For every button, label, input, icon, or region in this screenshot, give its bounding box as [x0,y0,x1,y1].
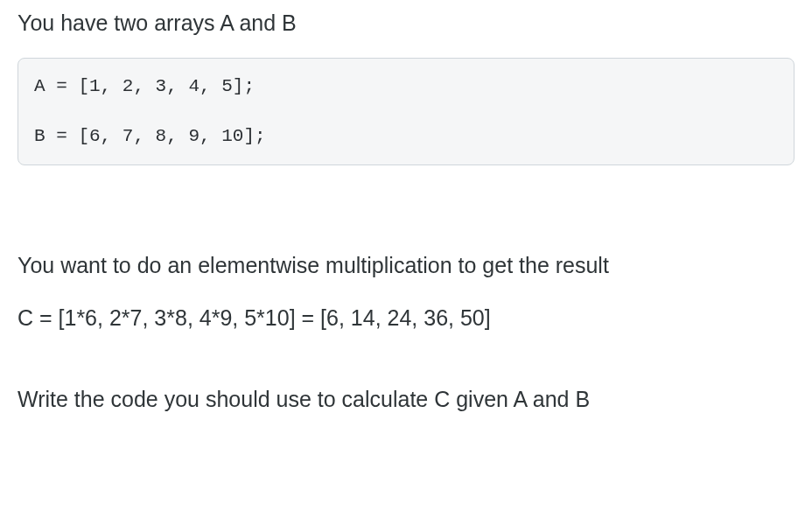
code-blank-line [34,100,778,124]
prompt-text: Write the code you should use to calcula… [18,383,794,415]
result-text: C = [1*6, 2*7, 3*8, 4*9, 5*10] = [6, 14,… [18,301,794,335]
code-line-1: A = [1, 2, 3, 4, 5]; [34,74,778,99]
explanation-text: You want to do an elementwise multiplica… [18,249,794,281]
spacer [18,214,794,249]
intro-text: You have two arrays A and B [18,7,794,38]
code-block: A = [1, 2, 3, 4, 5];B = [6, 7, 8, 9, 10]… [18,58,794,165]
code-line-2: B = [6, 7, 8, 9, 10]; [34,124,778,149]
spacer [18,334,794,383]
question-body: You have two arrays A and B A = [1, 2, 3… [0,0,812,416]
